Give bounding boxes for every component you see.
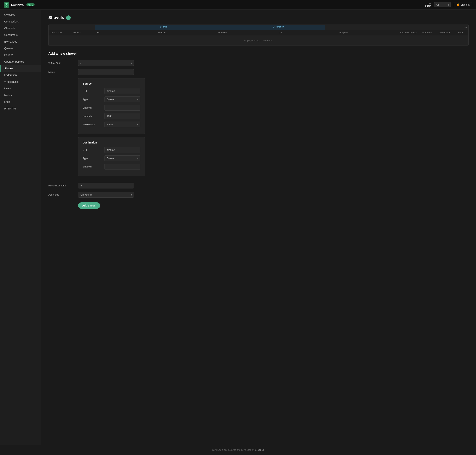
sidebar-item-overview[interactable]: Overview xyxy=(0,12,41,18)
table-group-headers: Source Destination +/- xyxy=(49,25,468,30)
sidebar-item-shovels[interactable]: Shovels xyxy=(0,65,41,72)
reconnect-delay-label: Reconnect delay xyxy=(48,183,78,187)
page-title: Shovels xyxy=(48,15,64,20)
ack-mode-row: Ack mode On confirm On publish No ack xyxy=(48,192,468,198)
source-auto-delete-wrapper[interactable]: Never After shovel stops After initial l… xyxy=(104,122,140,127)
table-empty-message: Nope, nothing to see here. xyxy=(49,35,468,46)
name-row: Name xyxy=(48,69,468,75)
reconnect-delay-row: Reconnect delay xyxy=(48,183,468,188)
source-type-select-wrapper[interactable]: Queue Exchange xyxy=(104,97,140,102)
submit-spacer xyxy=(48,201,78,203)
dest-type-row: Type Queue Exchange xyxy=(83,155,140,161)
dest-endpoint-label: Endpoint xyxy=(83,164,101,168)
dest-type-label: Type xyxy=(83,155,101,160)
user-label: User xyxy=(425,2,431,4)
vhost-selector[interactable]: All / xyxy=(434,2,451,7)
sidebar-item-federation[interactable]: Federation xyxy=(0,72,41,78)
sign-out-icon: 🍊 xyxy=(457,3,460,6)
sign-out-button[interactable]: 🍊 Sign out xyxy=(454,2,472,7)
vhost-select[interactable]: All / xyxy=(434,2,451,7)
logo-area: LAVINMQ v2.1.0 xyxy=(4,2,425,8)
dest-uri-label: URI xyxy=(83,147,101,151)
dest-endpoint-row: Endpoint xyxy=(83,164,140,170)
ack-mode-select[interactable]: On confirm On publish No ack xyxy=(78,192,134,198)
dest-endpoint-input[interactable] xyxy=(104,164,140,170)
name-control xyxy=(78,69,138,75)
name-input[interactable] xyxy=(78,69,134,75)
header: LAVINMQ v2.1.0 User guest All / 🍊 Sign o… xyxy=(0,0,476,10)
main-content: Shovels 0 Source Destination +/- Virtual… xyxy=(41,10,476,445)
reconnect-delay-input[interactable] xyxy=(78,183,134,188)
source-uri-row: URI xyxy=(83,88,140,94)
sidebar-item-consumers[interactable]: Consumers xyxy=(0,32,41,38)
header-right: User guest All / 🍊 Sign out xyxy=(425,2,472,8)
source-group-label: Source xyxy=(95,25,232,30)
footer-brand: 84codes xyxy=(255,449,264,451)
column-headers: Virtual host Name ⇅ Uri Endpoint Prefetc… xyxy=(49,30,468,35)
source-endpoint-row: Endpoint xyxy=(83,105,140,111)
col-dst-uri: Uri xyxy=(277,30,337,35)
ack-mode-control: On confirm On publish No ack xyxy=(78,192,138,198)
dest-type-select-wrapper[interactable]: Queue Exchange xyxy=(104,155,140,161)
sidebar: Overview Connections Channels Consumers … xyxy=(0,10,41,445)
page-title-area: Shovels 0 xyxy=(48,15,468,20)
ack-mode-label: Ack mode xyxy=(48,192,78,196)
dest-type-select[interactable]: Queue Exchange xyxy=(104,155,140,161)
sidebar-item-virtual-hosts[interactable]: Virtual hosts xyxy=(0,78,41,85)
source-type-select[interactable]: Queue Exchange xyxy=(104,97,140,102)
col-src-endpoint: Endpoint xyxy=(156,30,216,35)
destination-section-title: Destination xyxy=(83,141,140,144)
logo-icon xyxy=(4,2,9,8)
col-delete-after: Delete after xyxy=(437,30,455,35)
destination-group-label: Destination xyxy=(232,25,325,30)
source-type-row: Type Queue Exchange xyxy=(83,97,140,102)
source-endpoint-input[interactable] xyxy=(104,105,140,111)
source-uri-label: URI xyxy=(83,88,101,92)
shovels-table: Source Destination +/- Virtual host Name… xyxy=(48,24,468,46)
user-info: User guest xyxy=(425,2,431,8)
source-auto-delete-row: Auto delete Never After shovel stops Aft… xyxy=(83,122,140,127)
sidebar-item-users[interactable]: Users xyxy=(0,85,41,92)
sidebar-item-queues[interactable]: Queues xyxy=(0,45,41,52)
col-state: State xyxy=(455,30,468,35)
sidebar-item-logs[interactable]: Logs xyxy=(0,98,41,105)
sidebar-item-channels[interactable]: Channels xyxy=(0,25,41,32)
col-reconnect: Reconnect delay xyxy=(398,30,420,35)
sidebar-item-http-api[interactable]: HTTP API xyxy=(0,105,41,112)
footer: LavinMQ is open source and developed by … xyxy=(0,445,476,455)
plus-minus-button[interactable]: +/- xyxy=(462,25,468,30)
user-name: guest xyxy=(425,4,431,8)
reconnect-delay-control xyxy=(78,183,138,188)
source-auto-delete-label: Auto delete xyxy=(83,122,101,126)
footer-text: LavinMQ is open source and developed by xyxy=(212,449,254,451)
th-spacer1 xyxy=(49,25,71,30)
virtual-host-select-wrapper[interactable]: / xyxy=(78,60,134,66)
source-prefetch-input[interactable] xyxy=(104,113,140,119)
source-uri-input[interactable] xyxy=(104,88,140,94)
destination-box: Destination URI Type Queue Exchange xyxy=(78,137,145,176)
dest-uri-input[interactable] xyxy=(104,147,140,153)
sign-out-label: Sign out xyxy=(460,3,469,6)
source-section-title: Source xyxy=(83,82,140,85)
source-sub-section: Source URI Type Queue Exchange xyxy=(78,78,145,179)
sidebar-item-policies[interactable]: Policies xyxy=(0,52,41,58)
sidebar-item-connections[interactable]: Connections xyxy=(0,18,41,25)
source-spacer xyxy=(48,78,78,80)
virtual-host-select[interactable]: / xyxy=(78,60,134,66)
add-shovel-button[interactable]: Add shovel xyxy=(78,203,100,209)
sidebar-item-exchanges[interactable]: Exchanges xyxy=(0,38,41,45)
source-section-row: Source URI Type Queue Exchange xyxy=(48,78,468,179)
sort-icon: ⇅ xyxy=(80,32,81,34)
virtual-host-label: Virtual host xyxy=(48,60,78,64)
col-src-uri: Uri xyxy=(95,30,156,35)
logo-name: LAVINMQ xyxy=(11,3,25,6)
submit-row: Add shovel xyxy=(48,201,468,209)
svg-point-2 xyxy=(6,4,7,5)
col-virtual-host: Virtual host xyxy=(49,30,71,35)
source-auto-delete-select[interactable]: Never After shovel stops After initial l… xyxy=(104,122,140,127)
sidebar-item-nodes[interactable]: Nodes xyxy=(0,92,41,98)
col-ack-mode: Ack mode xyxy=(420,30,437,35)
sidebar-item-operator-policies[interactable]: Operator policies xyxy=(0,58,41,65)
source-prefetch-row: Prefetch xyxy=(83,113,140,119)
ack-mode-select-wrapper[interactable]: On confirm On publish No ack xyxy=(78,192,134,198)
